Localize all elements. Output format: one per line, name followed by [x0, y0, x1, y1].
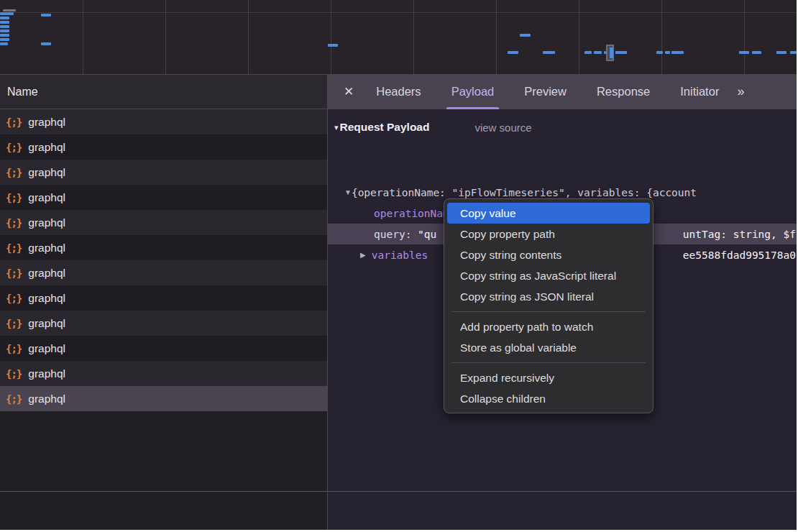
overview-request-bar	[594, 51, 602, 54]
request-name-label: graphql	[28, 367, 65, 380]
context-menu-item-copy-value[interactable]: Copy value	[447, 203, 650, 224]
overview-gridline-horizontal	[0, 12, 797, 13]
footer-divider	[0, 491, 797, 492]
close-icon[interactable]: ✕	[344, 84, 354, 99]
property-value-overflow-fragment: untTag: string, $f	[683, 224, 796, 244]
request-name-label: graphql	[28, 393, 65, 405]
request-row-graphql[interactable]: {;}graphql	[0, 285, 327, 311]
property-key: query:	[374, 229, 418, 240]
overview-request-bar	[543, 51, 555, 54]
context-menu-item-copy-string-contents[interactable]: Copy string contents	[447, 244, 650, 265]
name-column-label: Name	[7, 86, 38, 98]
context-menu-item-copy-property-path[interactable]: Copy property path	[447, 224, 650, 244]
overview-request-bar	[0, 21, 9, 24]
overview-request-bar	[520, 34, 531, 37]
overview-request-bar	[41, 42, 51, 45]
fetch-json-icon: {;}	[6, 343, 22, 354]
name-column-header[interactable]: Name	[0, 74, 327, 109]
fetch-json-icon: {;}	[6, 116, 22, 128]
request-name-label: graphql	[28, 292, 65, 305]
request-row-graphql[interactable]: {;}graphql	[0, 185, 327, 210]
context-menu-item-copy-string-as-json-literal[interactable]: Copy string as JSON literal	[447, 286, 650, 307]
request-row-graphql[interactable]: {;}graphql	[0, 109, 327, 134]
property-value-overflow-fragment: ee5588fdad995178a0	[683, 244, 796, 265]
more-tabs-icon[interactable]: »	[737, 84, 743, 99]
tab-preview[interactable]: Preview	[509, 74, 582, 109]
tab-response[interactable]: Response	[582, 74, 665, 109]
overview-selected-request-marker	[606, 45, 614, 61]
expander-down-icon[interactable]: ▼	[344, 188, 352, 196]
menu-group: Expand recursivelyCollapse children	[444, 367, 653, 409]
overview-request-bar	[584, 51, 592, 54]
request-name-label: graphql	[28, 242, 65, 254]
fetch-json-icon: {;}	[6, 318, 22, 329]
request-name-label: graphql	[28, 267, 65, 280]
payload-summary-text: {operationName: "ipFlowTimeseries", vari…	[352, 187, 697, 198]
context-menu-item-store-as-global-variable[interactable]: Store as global variable	[447, 337, 650, 358]
fetch-json-icon: {;}	[6, 142, 22, 153]
overview-request-bar	[665, 51, 670, 54]
request-name-label: graphql	[28, 317, 65, 330]
request-name-label: graphql	[28, 342, 65, 355]
overview-gridline	[661, 0, 662, 74]
tab-headers[interactable]: Headers	[361, 74, 436, 109]
section-expander-icon[interactable]: ▾	[334, 123, 339, 132]
fetch-json-icon: {;}	[6, 393, 22, 405]
overview-request-bar	[0, 29, 9, 32]
request-row-graphql[interactable]: {;}graphql	[0, 134, 327, 160]
request-name-label: graphql	[28, 216, 65, 229]
overview-gridline	[744, 0, 745, 74]
context-menu-item-add-property-path-to-watch[interactable]: Add property path to watch	[447, 316, 650, 337]
overview-request-bar	[3, 9, 16, 12]
view-source-link[interactable]: view source	[474, 121, 531, 134]
details-tab-bar: ✕ HeadersPayloadPreviewResponseInitiator…	[328, 74, 797, 109]
fetch-json-icon: {;}	[6, 267, 22, 279]
overview-request-bar	[41, 14, 51, 17]
property-value-fragment: "qu	[418, 229, 436, 240]
menu-separator	[451, 311, 646, 312]
tab-payload[interactable]: Payload	[436, 74, 510, 109]
overview-request-bar	[656, 51, 663, 54]
overview-selected-request-bar	[610, 47, 613, 58]
property-key: variables	[372, 249, 428, 261]
expander-right-icon[interactable]: ▶	[360, 251, 366, 259]
request-row-graphql[interactable]: {;}graphql	[0, 361, 327, 386]
fetch-json-icon: {;}	[6, 242, 22, 254]
overview-request-bar	[0, 12, 14, 15]
fetch-json-icon: {;}	[6, 217, 22, 229]
tab-initiator[interactable]: Initiator	[665, 74, 734, 109]
devtools-window: Name {;}graphql{;}graphql{;}graphql{;}gr…	[0, 0, 797, 530]
overview-request-bar	[752, 51, 761, 54]
overview-gridline	[579, 0, 579, 74]
network-overview-waterfall[interactable]	[0, 0, 797, 74]
overview-request-bar	[615, 51, 627, 54]
context-menu-item-collapse-children[interactable]: Collapse children	[447, 388, 650, 409]
request-row-graphql[interactable]: {;}graphql	[0, 386, 327, 411]
overview-gridline	[248, 0, 249, 74]
overview-gridline	[331, 0, 331, 74]
context-menu-item-copy-string-as-javascript-literal[interactable]: Copy string as JavaScript literal	[447, 265, 650, 286]
request-row-graphql[interactable]: {;}graphql	[0, 336, 327, 361]
network-request-list: Name {;}graphql{;}graphql{;}graphql{;}gr…	[0, 74, 327, 530]
overview-gridline	[413, 0, 414, 74]
fetch-json-icon: {;}	[6, 167, 22, 178]
request-row-graphql[interactable]: {;}graphql	[0, 235, 327, 260]
context-menu-item-expand-recursively[interactable]: Expand recursively	[447, 367, 650, 388]
request-payload-section-header[interactable]: ▾ Request Payload view source	[328, 119, 532, 136]
request-row-graphql[interactable]: {;}graphql	[0, 311, 327, 336]
overview-request-bar	[0, 25, 9, 28]
request-row-graphql[interactable]: {;}graphql	[0, 160, 327, 185]
overview-request-bar	[508, 51, 518, 54]
menu-group: Copy valueCopy property pathCopy string …	[444, 203, 653, 307]
request-row-graphql[interactable]: {;}graphql	[0, 260, 327, 285]
request-row-graphql[interactable]: {;}graphql	[0, 210, 327, 235]
overview-gridline	[83, 0, 83, 74]
fetch-json-icon: {;}	[6, 192, 22, 203]
overview-request-bar	[790, 51, 797, 54]
fetch-json-icon: {;}	[6, 368, 22, 380]
request-name-label: graphql	[28, 141, 65, 154]
overview-gridline	[496, 0, 497, 74]
overview-request-bar	[0, 42, 8, 45]
tabs-container: HeadersPayloadPreviewResponseInitiator	[361, 74, 734, 109]
request-name-label: graphql	[28, 116, 65, 129]
